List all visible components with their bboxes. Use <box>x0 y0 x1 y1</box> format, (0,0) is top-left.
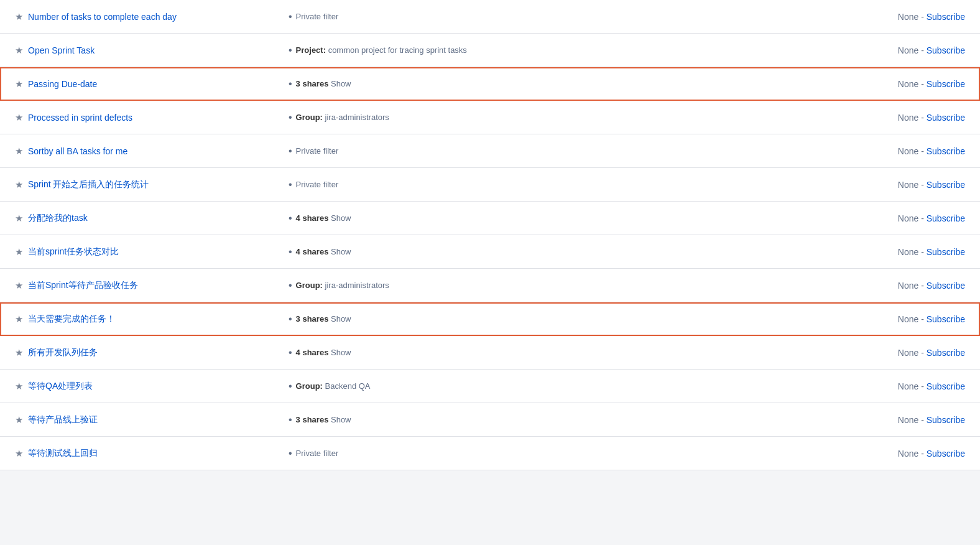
bullet-icon: • <box>289 179 292 190</box>
filter-name-link[interactable]: 当天需要完成的任务！ <box>28 314 115 325</box>
bullet-icon: • <box>289 448 292 459</box>
filter-subscription-col: None - Subscribe <box>841 113 965 123</box>
filter-name-link[interactable]: Sprint 开始之后插入的任务统计 <box>28 179 149 190</box>
star-icon[interactable]: ★ <box>15 314 23 325</box>
filter-name-col: ★Processed in sprint defects <box>15 112 276 123</box>
bullet-icon: • <box>289 11 292 22</box>
star-icon[interactable]: ★ <box>15 448 23 459</box>
filter-name-link[interactable]: 等待QA处理列表 <box>28 381 93 392</box>
star-icon[interactable]: ★ <box>15 213 23 224</box>
bullet-icon: • <box>289 213 292 224</box>
filter-name-col: ★Passing Due-date <box>15 78 276 90</box>
filter-subscription-col: None - Subscribe <box>841 180 965 190</box>
filter-name-link[interactable]: 分配给我的task <box>28 213 88 224</box>
subscribe-link[interactable]: Subscribe <box>927 449 965 459</box>
subscribe-link[interactable]: Subscribe <box>927 45 965 55</box>
bullet-icon: • <box>289 78 292 90</box>
filter-name-col: ★当前sprint任务状态对比 <box>15 246 276 258</box>
filter-row: ★Sortby all BA tasks for me•Private filt… <box>0 134 980 168</box>
bullet-icon: • <box>289 246 292 258</box>
star-icon[interactable]: ★ <box>15 179 23 190</box>
filter-row: ★Sprint 开始之后插入的任务统计•Private filterNone -… <box>0 168 980 202</box>
star-icon[interactable]: ★ <box>15 78 23 90</box>
filter-name-link[interactable]: 所有开发队列任务 <box>28 347 98 358</box>
star-icon[interactable]: ★ <box>15 246 23 258</box>
filter-shares-col: •Private filter <box>276 11 841 22</box>
filter-name-link[interactable]: 等待测试线上回归 <box>28 448 98 459</box>
filter-row: ★所有开发队列任务•4 shares ShowNone - Subscribe <box>0 336 980 370</box>
filter-name-link[interactable]: Processed in sprint defects <box>28 113 132 123</box>
subscription-none: None - <box>898 247 927 257</box>
filter-name-col: ★当天需要完成的任务！ <box>15 314 276 325</box>
subscribe-link[interactable]: Subscribe <box>927 348 965 358</box>
bullet-icon: • <box>289 347 292 358</box>
star-icon[interactable]: ★ <box>15 11 23 22</box>
filter-row: ★等待产品线上验证•3 shares ShowNone - Subscribe <box>0 403 980 437</box>
subscribe-link[interactable]: Subscribe <box>927 180 965 190</box>
filter-name-col: ★当前Sprint等待产品验收任务 <box>15 280 276 291</box>
filter-row: ★当天需要完成的任务！•3 shares ShowNone - Subscrib… <box>0 302 980 336</box>
subscribe-link[interactable]: Subscribe <box>927 79 965 89</box>
subscription-none: None - <box>898 348 927 358</box>
filter-subscription-col: None - Subscribe <box>841 12 965 22</box>
filter-shares-col: •Group: Backend QA <box>276 381 841 392</box>
share-info: Group: jira-administrators <box>296 281 389 290</box>
share-info: 4 shares Show <box>296 247 351 256</box>
share-info: 3 shares Show <box>296 79 351 88</box>
filter-subscription-col: None - Subscribe <box>841 79 965 89</box>
star-icon[interactable]: ★ <box>15 381 23 392</box>
subscribe-link[interactable]: Subscribe <box>927 213 965 223</box>
subscribe-link[interactable]: Subscribe <box>927 281 965 291</box>
filter-row: ★Passing Due-date•3 shares ShowNone - Su… <box>0 67 980 101</box>
subscription-none: None - <box>898 113 927 123</box>
filter-name-link[interactable]: Passing Due-date <box>28 79 97 89</box>
star-icon[interactable]: ★ <box>15 45 23 56</box>
filter-row: ★分配给我的task•4 shares ShowNone - Subscribe <box>0 202 980 235</box>
subscribe-link[interactable]: Subscribe <box>927 314 965 324</box>
subscription-none: None - <box>898 415 927 425</box>
star-icon[interactable]: ★ <box>15 146 23 157</box>
filter-name-link[interactable]: 当前sprint任务状态对比 <box>28 246 119 258</box>
subscription-none: None - <box>898 146 927 156</box>
bullet-icon: • <box>289 146 292 157</box>
filter-shares-col: •Private filter <box>276 448 841 459</box>
filter-subscription-col: None - Subscribe <box>841 146 965 156</box>
filter-subscription-col: None - Subscribe <box>841 449 965 459</box>
filter-name-link[interactable]: 当前Sprint等待产品验收任务 <box>28 280 138 291</box>
share-info: Private filter <box>296 180 339 189</box>
subscription-none: None - <box>898 213 927 223</box>
filter-shares-col: •Group: jira-administrators <box>276 112 841 123</box>
subscription-none: None - <box>898 314 927 324</box>
filter-row: ★等待测试线上回归•Private filterNone - Subscribe <box>0 437 980 470</box>
star-icon[interactable]: ★ <box>15 347 23 358</box>
filter-shares-col: •3 shares Show <box>276 78 841 90</box>
subscribe-link[interactable]: Subscribe <box>927 12 965 22</box>
bullet-icon: • <box>289 414 292 426</box>
filter-shares-col: •4 shares Show <box>276 213 841 224</box>
filter-shares-col: •4 shares Show <box>276 347 841 358</box>
star-icon[interactable]: ★ <box>15 112 23 123</box>
filter-shares-col: •4 shares Show <box>276 246 841 258</box>
subscribe-link[interactable]: Subscribe <box>927 146 965 156</box>
subscribe-link[interactable]: Subscribe <box>927 113 965 123</box>
star-icon[interactable]: ★ <box>15 280 23 291</box>
subscription-none: None - <box>898 449 927 459</box>
subscription-none: None - <box>898 381 927 391</box>
star-icon[interactable]: ★ <box>15 414 23 426</box>
filter-name-link[interactable]: Open Sprint Task <box>28 45 95 55</box>
filter-row: ★当前sprint任务状态对比•4 shares ShowNone - Subs… <box>0 235 980 269</box>
subscribe-link[interactable]: Subscribe <box>927 415 965 425</box>
filter-name-col: ★Sortby all BA tasks for me <box>15 146 276 157</box>
filter-row: ★等待QA处理列表•Group: Backend QANone - Subscr… <box>0 370 980 403</box>
subscription-none: None - <box>898 79 927 89</box>
filter-name-link[interactable]: Number of tasks to complete each day <box>28 12 177 22</box>
share-info: Group: Backend QA <box>296 381 371 391</box>
subscription-none: None - <box>898 180 927 190</box>
filter-row: ★Open Sprint Task•Project: common projec… <box>0 34 980 67</box>
subscribe-link[interactable]: Subscribe <box>927 247 965 257</box>
filter-name-link[interactable]: Sortby all BA tasks for me <box>28 146 127 156</box>
subscription-none: None - <box>898 12 927 22</box>
filter-name-link[interactable]: 等待产品线上验证 <box>28 414 98 426</box>
share-info: Private filter <box>296 449 339 458</box>
subscribe-link[interactable]: Subscribe <box>927 381 965 391</box>
